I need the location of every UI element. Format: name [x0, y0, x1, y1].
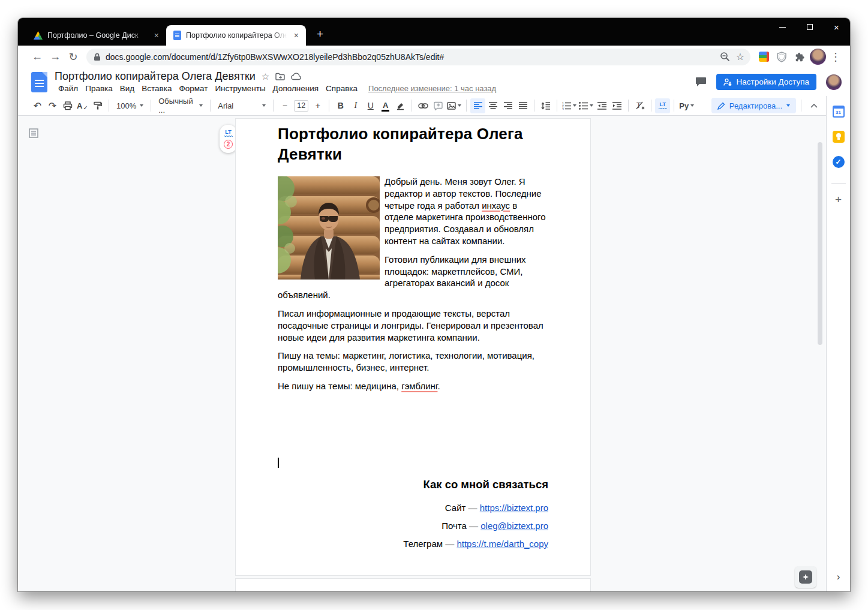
menu-tools[interactable]: Инструменты	[211, 83, 269, 94]
account-avatar[interactable]	[826, 74, 842, 90]
move-to-folder-icon[interactable]	[275, 73, 285, 80]
menu-file[interactable]: Файл	[55, 83, 82, 94]
share-button[interactable]: Настройки Доступа	[716, 74, 816, 90]
tab-close-icon[interactable]: ×	[152, 30, 161, 41]
justify-button[interactable]	[515, 98, 530, 113]
zoom-select[interactable]: 100%	[113, 98, 147, 113]
collapse-toolbar-button[interactable]	[806, 98, 821, 113]
insert-link-button[interactable]	[416, 98, 431, 113]
decrease-indent-button[interactable]	[594, 98, 609, 113]
highlight-color-button[interactable]	[393, 98, 408, 113]
close-button[interactable]: ×	[823, 18, 850, 36]
extensions-puzzle-icon[interactable]	[791, 49, 808, 65]
last-edit-link[interactable]: Последнее изменение: 1 час назад	[368, 84, 496, 93]
clear-formatting-button[interactable]: T	[632, 98, 647, 113]
menu-edit[interactable]: Правка	[82, 83, 116, 94]
forward-button[interactable]: →	[47, 49, 64, 65]
languagetool-toolbar-button[interactable]: LT	[655, 98, 670, 113]
paragraph-no-topics[interactable]: Не пишу на темы: медицина, гэмблинг.	[278, 380, 548, 392]
flagged-word[interactable]: гэмблинг	[401, 381, 437, 391]
languagetool-icon: LT	[224, 130, 233, 137]
minimize-button[interactable]	[769, 18, 796, 36]
document-status-cloud-icon[interactable]	[291, 73, 302, 80]
tab-close-icon[interactable]: ×	[292, 30, 301, 41]
show-outline-button[interactable]	[29, 128, 38, 138]
tab-google-docs[interactable]: Портфолио копирайтера Олега ×	[166, 25, 306, 46]
document-title[interactable]: Портфолио копирайтера Олега Девятки	[55, 70, 256, 83]
calendar-day-number: 31	[833, 106, 845, 118]
maximize-button[interactable]	[796, 18, 823, 36]
site-link[interactable]: https://biztext.pro	[480, 503, 548, 513]
font-size-field[interactable]: 12	[294, 100, 308, 112]
extension-colorstack-icon[interactable]	[755, 49, 772, 65]
telegram-link[interactable]: https://t.me/darth_copy	[456, 539, 548, 549]
shield-extension-icon[interactable]	[773, 49, 790, 65]
browser-menu-icon[interactable]: ⋮	[827, 49, 844, 65]
input-tools-button[interactable]: Ру	[678, 98, 695, 113]
line-spacing-button[interactable]	[538, 98, 553, 113]
tab-strip: Портфолио – Google Диск × Портфолио копи…	[18, 18, 328, 46]
address-bar[interactable]: docs.google.com/document/d/1Zfy6tp0BwXSW…	[86, 49, 750, 65]
colorstack-glyph	[759, 52, 769, 62]
profile-avatar[interactable]	[809, 49, 826, 65]
zoom-out-page-icon[interactable]	[717, 49, 732, 65]
align-right-button[interactable]	[500, 98, 515, 113]
languagetool-error-count-badge[interactable]: 2	[224, 140, 233, 149]
align-center-button[interactable]	[485, 98, 500, 113]
comments-icon[interactable]	[695, 77, 707, 87]
document-canvas: LT 2 Портфолио копирайтера Олега Девятки	[18, 116, 826, 591]
keep-bulb-glyph	[833, 131, 845, 143]
undo-button[interactable]: ↶	[30, 98, 45, 113]
docs-header-text: Портфолио копирайтера Олега Девятки ☆ Фа…	[55, 70, 496, 94]
align-left-button[interactable]	[470, 98, 485, 113]
text-color-button[interactable]: A	[378, 98, 393, 113]
google-docs-home-icon[interactable]	[31, 72, 47, 92]
font-select[interactable]: Arial	[214, 98, 269, 113]
decrease-font-size-button[interactable]: −	[277, 98, 292, 113]
paragraph-texts[interactable]: Писал информационные и продающие тексты,…	[278, 308, 548, 343]
bulleted-list-button[interactable]	[578, 98, 594, 113]
explore-button[interactable]	[795, 566, 816, 588]
print-button[interactable]	[60, 98, 75, 113]
italic-button[interactable]: I	[348, 98, 363, 113]
insert-image-button[interactable]	[446, 98, 462, 113]
document-scrollbar[interactable]	[818, 142, 822, 345]
email-link[interactable]: oleg@biztext.pro	[480, 521, 548, 531]
document-page-1[interactable]: Портфолио копирайтера Олега Девятки	[235, 118, 591, 576]
portrait-photo[interactable]	[278, 176, 380, 280]
menu-addons[interactable]: Дополнения	[269, 83, 322, 94]
url-text[interactable]: docs.google.com/document/d/1Zfy6tp0BwXSW…	[106, 52, 717, 62]
contact-telegram-row: Телеграм — https://t.me/darth_copy	[278, 538, 548, 550]
bold-button[interactable]: B	[333, 98, 348, 113]
hide-side-panel-button[interactable]: ›	[827, 571, 850, 583]
google-tasks-icon[interactable]: ✓	[831, 154, 846, 170]
languagetool-floating-widget[interactable]: LT 2	[220, 125, 237, 153]
star-document-icon[interactable]: ☆	[262, 71, 269, 82]
paint-format-button[interactable]	[90, 98, 105, 113]
menu-view[interactable]: Вид	[116, 83, 138, 94]
paragraph-topics[interactable]: Пишу на темы: маркетинг, логистика, техн…	[278, 350, 548, 374]
bookmark-star-icon[interactable]: ☆	[732, 49, 748, 65]
google-keep-icon[interactable]	[831, 129, 846, 145]
tab-google-drive[interactable]: Портфолио – Google Диск ×	[26, 25, 166, 46]
reload-button[interactable]: ↻	[65, 49, 82, 65]
underline-button[interactable]: U	[363, 98, 378, 113]
increase-font-size-button[interactable]: +	[310, 98, 325, 113]
menu-format[interactable]: Формат	[175, 83, 211, 94]
contact-site-row: Сайт — https://biztext.pro	[278, 502, 548, 514]
menu-help[interactable]: Справка	[322, 83, 361, 94]
menu-insert[interactable]: Вставка	[138, 83, 175, 94]
numbered-list-button[interactable]: 1.2.3.	[561, 98, 578, 113]
document-page-2[interactable]	[235, 578, 591, 591]
add-comment-button[interactable]	[431, 98, 446, 113]
google-calendar-icon[interactable]: 31	[831, 104, 846, 119]
editing-mode-button[interactable]: Редактирова...	[711, 98, 796, 113]
back-button[interactable]: ←	[29, 49, 46, 65]
redo-button[interactable]: ↷	[45, 98, 60, 113]
increase-indent-button[interactable]	[609, 98, 624, 113]
get-addons-button[interactable]: +	[835, 193, 842, 206]
flagged-word[interactable]: инхаус	[482, 200, 510, 211]
paragraph-style-select[interactable]: Обычный ...	[155, 98, 206, 113]
spellcheck-button[interactable]: A✓	[75, 98, 90, 113]
new-tab-button[interactable]: +	[312, 28, 328, 41]
